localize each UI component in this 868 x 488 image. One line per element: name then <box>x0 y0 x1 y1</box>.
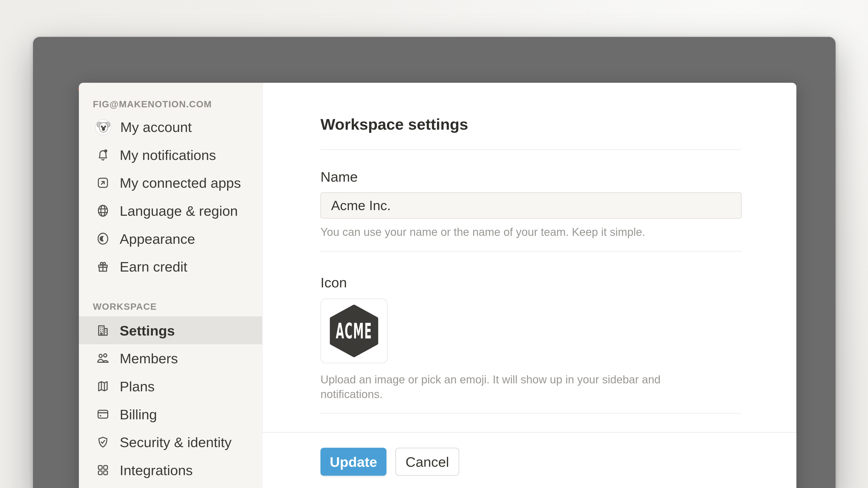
sidebar-item-my-account[interactable]: My account <box>79 113 262 141</box>
credit-card-icon <box>96 407 110 421</box>
map-icon <box>96 379 110 394</box>
name-field-label: Name <box>320 168 742 186</box>
sidebar-item-label: Settings <box>120 322 175 338</box>
app-window: FIG@MAKENOTION.COM <box>33 37 836 488</box>
sidebar-item-language-region[interactable]: Language & region <box>79 197 262 225</box>
page-title: Workspace settings <box>320 115 742 134</box>
people-icon <box>96 351 110 365</box>
koala-avatar-icon <box>96 119 111 134</box>
workspace-heading: WORKSPACE <box>79 296 262 316</box>
sidebar-item-integrations[interactable]: Integrations <box>79 456 262 484</box>
account-email-heading: FIG@MAKENOTION.COM <box>79 95 262 113</box>
acme-logo: ACME <box>328 304 380 357</box>
gift-icon <box>96 259 110 274</box>
shield-check-icon <box>96 435 110 449</box>
sidebar-item-label: Earn credit <box>120 258 187 275</box>
globe-icon <box>96 203 110 218</box>
sidebar-item-plans[interactable]: Plans <box>79 372 262 400</box>
moon-circle-icon <box>96 231 110 246</box>
section-divider <box>320 251 742 252</box>
sidebar-item-billing[interactable]: Billing <box>79 400 262 428</box>
sidebar-item-label: My account <box>120 119 192 135</box>
sidebar-item-label: Billing <box>120 406 157 422</box>
workspace-name-input[interactable] <box>320 192 742 219</box>
section-divider <box>320 413 742 414</box>
name-help-text: You can use your name or the name of you… <box>320 225 742 239</box>
sidebar-item-label: Plans <box>120 378 155 394</box>
settings-dialog: FIG@MAKENOTION.COM <box>79 83 796 488</box>
desktop-background: FIG@MAKENOTION.COM <box>0 0 868 488</box>
sidebar-item-members[interactable]: Members <box>79 344 262 372</box>
bell-icon <box>96 148 110 162</box>
settings-main-pane: Workspace settings Name You can use your… <box>262 83 796 488</box>
screenshot-viewport: FIG@MAKENOTION.COM <box>0 0 868 488</box>
settings-sidebar: FIG@MAKENOTION.COM <box>79 83 262 488</box>
sidebar-item-label: Members <box>120 350 178 366</box>
workspace-icon-button[interactable]: ACME <box>320 298 388 363</box>
sidebar-item-label: Appearance <box>120 231 195 247</box>
cancel-button[interactable]: Cancel <box>395 448 459 476</box>
arrow-out-box-icon <box>96 175 110 190</box>
icon-field-label: Icon <box>320 274 742 291</box>
sidebar-item-label: Security & identity <box>120 434 231 450</box>
sidebar-item-label: My connected apps <box>120 175 241 191</box>
dialog-footer: Update Cancel <box>262 433 796 488</box>
grid-squares-icon <box>96 463 110 477</box>
section-divider <box>320 149 742 150</box>
sidebar-item-label: My notifications <box>120 147 216 163</box>
svg-text:ACME: ACME <box>336 319 372 343</box>
sidebar-item-my-connected-apps[interactable]: My connected apps <box>79 169 262 197</box>
update-button[interactable]: Update <box>320 448 386 476</box>
sidebar-item-security-identity[interactable]: Security & identity <box>79 428 262 456</box>
icon-help-text: Upload an image or pick an emoji. It wil… <box>320 372 684 401</box>
buildings-icon <box>96 323 110 337</box>
sidebar-item-my-notifications[interactable]: My notifications <box>79 141 262 169</box>
sidebar-item-appearance[interactable]: Appearance <box>79 225 262 253</box>
sidebar-item-earn-credit[interactable]: Earn credit <box>79 253 262 281</box>
sidebar-item-label: Integrations <box>120 462 193 478</box>
sidebar-item-settings[interactable]: Settings <box>79 316 262 344</box>
sidebar-item-label: Language & region <box>120 203 238 219</box>
